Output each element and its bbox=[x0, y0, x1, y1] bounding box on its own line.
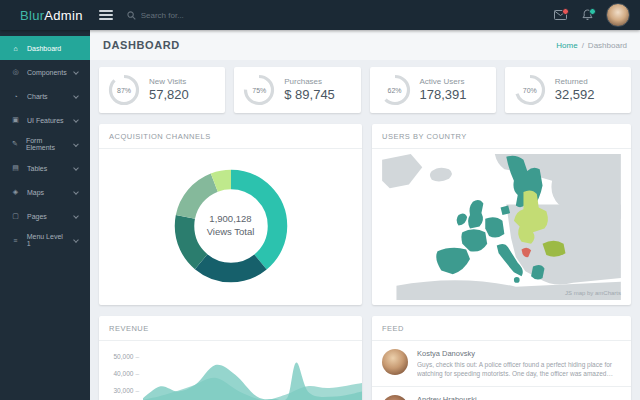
chevron-down-icon bbox=[73, 69, 79, 75]
stat-value: $ 89,745 bbox=[284, 87, 335, 103]
stat-label: Purchases bbox=[284, 77, 335, 87]
feed-avatar bbox=[382, 395, 408, 400]
main-content: DASHBOARD Home / Dashboard 87% New Visit… bbox=[90, 30, 640, 400]
messages-button[interactable] bbox=[552, 7, 568, 23]
chevron-down-icon bbox=[73, 189, 79, 195]
stat-label: New Visits bbox=[149, 77, 189, 87]
feed-message: Guys, check this out: A police officer f… bbox=[417, 360, 621, 379]
feed-avatar bbox=[382, 349, 408, 375]
sidebar-item-dashboard[interactable]: ⌂ Dashboard bbox=[0, 36, 90, 60]
europe-map[interactable]: JS map by amCharts bbox=[372, 149, 631, 303]
breadcrumb: Home / Dashboard bbox=[556, 41, 627, 50]
tables-icon: ▤ bbox=[11, 164, 20, 172]
home-icon: ⌂ bbox=[11, 45, 20, 52]
sidebar: ⌂ Dashboard ◎ Components ◔ Charts ▣ UI F… bbox=[0, 30, 90, 400]
stats-row: 87% New Visits 57,820 75% Purchases $ 89… bbox=[90, 60, 640, 113]
stat-card-active-users: 62% Active Users 178,391 bbox=[370, 67, 496, 113]
app-logo[interactable]: BlurAdmin bbox=[20, 8, 83, 23]
sidebar-item-charts[interactable]: ◔ Charts bbox=[0, 84, 90, 108]
panel-title: FEED bbox=[372, 316, 631, 341]
pages-icon: ▢ bbox=[11, 212, 20, 220]
progress-ring: 70% bbox=[514, 74, 546, 106]
stat-percent: 70% bbox=[514, 74, 546, 106]
revenue-panel: REVENUE 50,000–40,000–30,000– bbox=[99, 316, 362, 400]
menu-level-icon: ≡ bbox=[11, 237, 20, 244]
users-by-country-panel: USERS BY COUNTRY bbox=[372, 124, 631, 305]
breadcrumb-separator: / bbox=[582, 41, 584, 50]
progress-ring: 87% bbox=[108, 74, 140, 106]
chevron-down-icon bbox=[73, 141, 78, 146]
feed-user-name: Andrey Hrabouski bbox=[417, 395, 512, 400]
messages-badge bbox=[562, 8, 569, 15]
form-elements-icon: ✎ bbox=[11, 140, 19, 148]
stat-percent: 75% bbox=[243, 74, 275, 106]
user-avatar[interactable] bbox=[606, 3, 630, 27]
search-bar bbox=[127, 11, 251, 20]
stat-percent: 62% bbox=[379, 74, 411, 106]
sidebar-item-tables[interactable]: ▤ Tables bbox=[0, 156, 90, 180]
stat-label: Returned bbox=[555, 77, 595, 87]
sidebar-item-maps[interactable]: ◈ Maps bbox=[0, 180, 90, 204]
charts-icon: ◔ bbox=[11, 93, 20, 100]
breadcrumb-current: Dashboard bbox=[588, 41, 627, 50]
revenue-y-axis: 50,000–40,000–30,000– bbox=[99, 351, 141, 400]
stat-label: Active Users bbox=[420, 77, 467, 87]
views-total-value: 1,900,128 bbox=[99, 213, 362, 226]
views-total-label: Views Total bbox=[99, 226, 362, 239]
sidebar-item-form-elements[interactable]: ✎ Form Elements bbox=[0, 132, 90, 156]
notifications-badge bbox=[589, 8, 596, 15]
bottom-row: REVENUE 50,000–40,000–30,000– FEED Kosty… bbox=[90, 305, 640, 400]
sidebar-item-pages[interactable]: ▢ Pages bbox=[0, 204, 90, 228]
sidebar-item-components[interactable]: ◎ Components bbox=[0, 60, 90, 84]
middle-row: ACQUISITION CHANNELS 1,900,128 Views Tot… bbox=[90, 113, 640, 305]
stat-value: 57,820 bbox=[149, 87, 189, 103]
progress-ring: 75% bbox=[243, 74, 275, 106]
chevron-down-icon bbox=[73, 117, 79, 123]
chevron-down-icon bbox=[73, 93, 79, 99]
maps-icon: ◈ bbox=[11, 188, 20, 196]
sidebar-item-menu-level-1[interactable]: ≡ Menu Level 1 bbox=[0, 228, 90, 252]
chevron-down-icon bbox=[73, 165, 79, 171]
page-title: DASHBOARD bbox=[103, 39, 180, 51]
components-icon: ◎ bbox=[11, 68, 20, 76]
page-header: DASHBOARD Home / Dashboard bbox=[90, 30, 640, 60]
search-icon bbox=[127, 11, 136, 20]
navbar-right bbox=[552, 3, 630, 27]
chevron-down-icon bbox=[73, 237, 79, 243]
stat-value: 178,391 bbox=[420, 87, 467, 103]
feed-user-name: Kostya Danovsky bbox=[417, 349, 621, 360]
feed-item[interactable]: Kostya Danovsky Guys, check this out: A … bbox=[372, 341, 631, 386]
acquisition-channels-panel: ACQUISITION CHANNELS 1,900,128 Views Tot… bbox=[99, 124, 362, 305]
bluradmin-app: BlurAdmin bbox=[0, 0, 640, 400]
search-input[interactable] bbox=[141, 11, 251, 20]
top-navbar: BlurAdmin bbox=[0, 0, 640, 30]
menu-toggle-icon[interactable] bbox=[99, 10, 113, 20]
stat-card-purchases: 75% Purchases $ 89,745 bbox=[234, 67, 360, 113]
progress-ring: 62% bbox=[379, 74, 411, 106]
breadcrumb-home-link[interactable]: Home bbox=[556, 41, 577, 50]
panel-title: ACQUISITION CHANNELS bbox=[99, 124, 362, 149]
feed-panel: FEED Kostya Danovsky Guys, check this ou… bbox=[372, 316, 631, 400]
panel-title: REVENUE bbox=[99, 316, 362, 341]
acquisition-donut-chart: 1,900,128 Views Total bbox=[99, 149, 362, 303]
stat-percent: 87% bbox=[108, 74, 140, 106]
logo-part-1: Blur bbox=[20, 8, 44, 23]
chevron-down-icon bbox=[73, 213, 79, 219]
feed-item[interactable]: Andrey Hrabouski Added new video 'Vader … bbox=[372, 386, 631, 400]
logo-part-2: Admin bbox=[44, 8, 82, 23]
revenue-area-svg bbox=[143, 351, 362, 400]
donut-center-label: 1,900,128 Views Total bbox=[99, 213, 362, 239]
map-attribution: JS map by amCharts bbox=[565, 290, 621, 296]
panel-title: USERS BY COUNTRY bbox=[372, 124, 631, 149]
stat-card-returned: 70% Returned 32,592 bbox=[505, 67, 631, 113]
europe-map-svg bbox=[378, 152, 625, 300]
sidebar-item-ui-features[interactable]: ▣ UI Features bbox=[0, 108, 90, 132]
notifications-button[interactable] bbox=[579, 7, 595, 23]
revenue-chart: 50,000–40,000–30,000– bbox=[99, 351, 362, 400]
stat-card-new-visits: 87% New Visits 57,820 bbox=[99, 67, 225, 113]
stat-value: 32,592 bbox=[555, 87, 595, 103]
ui-features-icon: ▣ bbox=[11, 116, 20, 124]
